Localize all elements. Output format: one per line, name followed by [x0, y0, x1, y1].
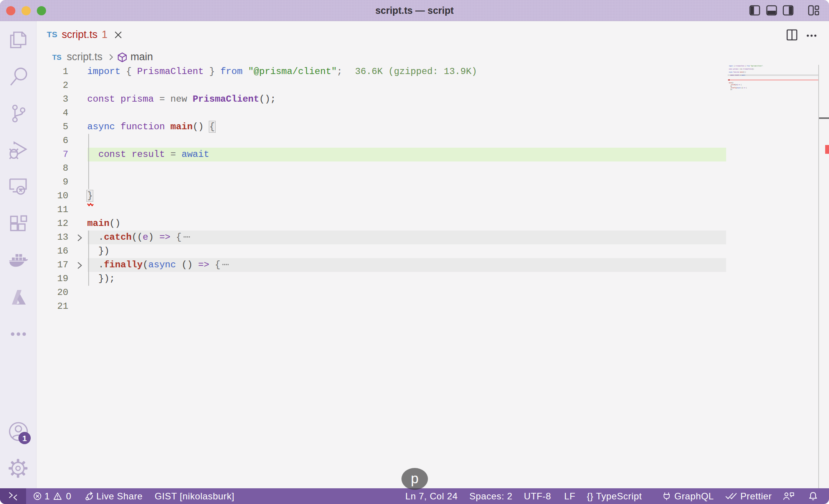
svg-text:1: 1 — [22, 434, 27, 443]
